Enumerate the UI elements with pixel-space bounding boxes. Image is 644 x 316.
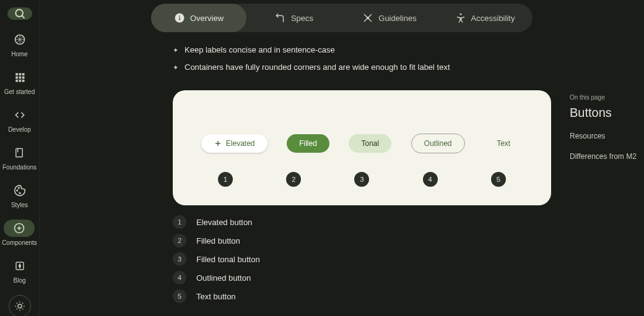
toc-link-resources[interactable]: Resources [570,131,638,142]
sidebar-item-develop[interactable]: Develop [4,106,35,133]
sidebar-item-get-started[interactable]: Get started [4,69,35,95]
sidebar-item-foundations[interactable]: Foundations [2,144,37,171]
content: ✦ Keep labels concise and in sentence-ca… [40,32,570,316]
sidebar-item-home[interactable]: Home [4,31,35,58]
main-area: Overview Specs Guidelines Accessibility … [40,0,644,316]
example-card: Elevated Filled Tonal Outlined Text [173,90,551,205]
table-of-contents: On this page Buttons Resources Differenc… [570,32,644,316]
tab-label: Overview [190,14,224,23]
legend-item: 1 Elevated button [173,215,551,229]
number-badge: 4 [423,172,438,187]
bullet-list: ✦ Keep labels concise and in sentence-ca… [173,45,551,73]
legend-num: 3 [173,252,186,266]
button-label: Text [497,139,510,148]
legend-text: Filled tonal button [196,255,260,264]
elevated-button-example[interactable]: Elevated [201,134,268,153]
tabs: Overview Specs Guidelines Accessibility [151,4,533,32]
toc-link-differences[interactable]: Differences from M2 [570,152,638,162]
bullet-text: Keep labels concise and in sentence-case [185,45,335,56]
theme-toggle[interactable] [9,295,31,316]
sidebar-item-label: Get started [4,88,35,95]
tab-accessibility[interactable]: Accessibility [437,4,533,32]
legend-num: 2 [173,234,186,247]
palette-icon [12,183,27,198]
svg-point-34 [367,17,369,19]
accessibility-icon [455,12,466,23]
legend-text: Text button [196,292,236,301]
svg-point-15 [18,187,19,189]
tab-label: Accessibility [471,14,515,23]
svg-line-29 [16,309,17,309]
svg-rect-9 [15,80,18,82]
code-icon [12,108,27,122]
sun-icon [14,301,25,312]
legend-item: 3 Filled tonal button [173,252,551,266]
sidebar-item-label: Components [2,239,37,246]
sidebar-item-blog[interactable]: Blog [4,257,35,284]
design-icon [362,12,373,23]
filled-button-example[interactable]: Filled [287,134,329,153]
svg-rect-3 [15,73,18,75]
svg-rect-7 [19,77,21,79]
legend-text: Filled button [196,236,240,246]
specs-icon [275,12,286,23]
plus-icon [214,139,222,148]
button-label: Filled [299,139,317,148]
sidebar-item-label: Develop [8,126,31,133]
svg-rect-12 [16,148,23,157]
toc-label: On this page [570,94,638,101]
sidebar-item-components[interactable]: Components [2,220,37,246]
svg-rect-4 [19,73,21,75]
info-icon [174,12,185,23]
tab-specs[interactable]: Specs [246,4,342,32]
sidebar-item-label: Home [11,51,28,58]
svg-point-14 [17,190,18,191]
search-icon [14,7,26,20]
tab-overview[interactable]: Overview [151,4,246,32]
svg-rect-8 [22,77,24,79]
number-row: 1 2 3 4 5 [191,172,533,187]
svg-point-0 [15,9,23,17]
legend-num: 5 [173,289,186,303]
legend-item: 2 Filled button [173,234,551,247]
sidebar-item-styles[interactable]: Styles [4,182,35,208]
bullet-marker: ✦ [173,46,178,55]
svg-line-30 [22,303,23,304]
button-label: Tonal [361,139,379,148]
tab-label: Specs [291,14,313,23]
text-button-example[interactable]: Text [484,134,523,153]
bullet-item: ✦ Containers have fully rounded corners … [173,62,551,73]
number-badge: 3 [354,172,369,187]
search-button[interactable] [7,7,32,20]
toc-title: Buttons [570,106,638,120]
add-circle-icon [12,221,27,236]
legend: 1 Elevated button 2 Filled button 3 Fill… [173,215,551,303]
bullet-item: ✦ Keep labels concise and in sentence-ca… [173,45,551,56]
svg-point-35 [459,14,461,15]
home-icon [12,32,27,47]
apps-icon [12,70,27,85]
example-button-row: Elevated Filled Tonal Outlined Text [191,134,533,153]
svg-marker-21 [19,264,20,268]
svg-point-16 [19,192,20,194]
button-label: Elevated [226,139,255,148]
number-badge: 5 [491,172,506,187]
outlined-button-example[interactable]: Outlined [411,134,465,153]
svg-rect-11 [22,80,24,82]
legend-item: 5 Text button [173,289,551,303]
legend-num: 1 [173,215,186,229]
svg-rect-6 [15,77,18,79]
button-label: Outlined [424,139,452,148]
svg-rect-32 [179,17,180,20]
svg-rect-10 [19,80,21,82]
book-icon [12,145,27,160]
tab-guidelines[interactable]: Guidelines [342,4,437,32]
tonal-button-example[interactable]: Tonal [349,134,391,153]
svg-line-28 [22,309,23,309]
legend-num: 4 [173,271,186,284]
sidebar-item-label: Blog [13,277,25,284]
tab-label: Guidelines [378,14,416,23]
svg-point-22 [18,304,22,308]
sidebar: Home Get started Develop Foundations Sty… [0,0,40,316]
legend-item: 4 Outlined button [173,271,551,284]
